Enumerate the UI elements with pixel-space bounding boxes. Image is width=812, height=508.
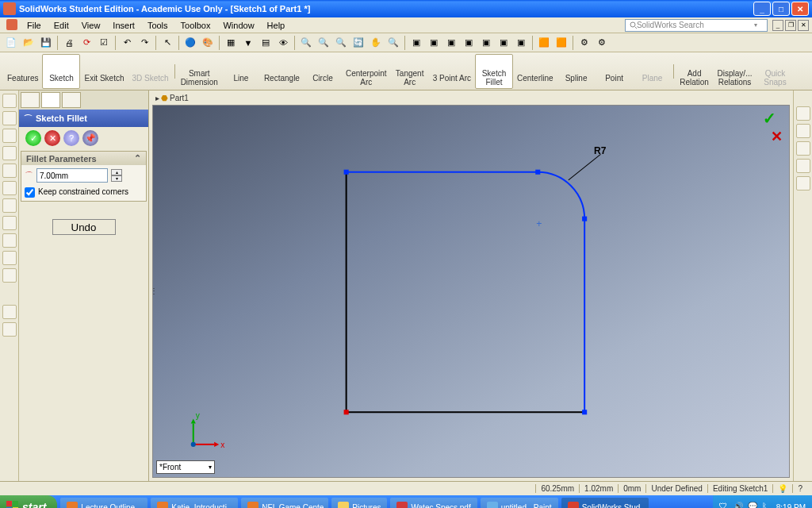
lt-5[interactable] <box>2 164 17 178</box>
pm-tab-config[interactable] <box>62 92 81 108</box>
lt-10[interactable] <box>2 251 17 265</box>
rotate-icon[interactable]: 🔄 <box>350 35 366 51</box>
rt-3[interactable] <box>796 141 810 156</box>
shaded-icon[interactable]: ▣ <box>443 35 459 51</box>
menu-insert[interactable]: Insert <box>106 21 141 30</box>
menu-toolbox[interactable]: Toolbox <box>174 21 217 30</box>
keep-constrained-checkbox[interactable]: Keep constrained corners <box>25 187 143 198</box>
hidden-icon[interactable]: ▣ <box>426 35 442 51</box>
menu-edit[interactable]: Edit <box>48 21 75 30</box>
zoom-area-icon[interactable]: 🔍 <box>316 35 331 51</box>
taskbar-item[interactable]: Watec Specs.pdf <box>390 498 477 508</box>
ribbon-sketch[interactable]: Sketch <box>42 54 80 89</box>
hide-show-icon[interactable]: 👁 <box>275 35 291 51</box>
pm-tab-property[interactable] <box>41 92 60 108</box>
radius-input[interactable] <box>36 168 108 183</box>
save-icon[interactable]: 💾 <box>38 35 54 51</box>
collapse-handle[interactable]: ⋮ <box>150 287 158 295</box>
doc-minimize-button[interactable]: _ <box>772 20 783 31</box>
ribbon-add-relation[interactable]: AddRelation <box>676 54 714 89</box>
system-tray[interactable]: 🛡 🔊 💬 ᛒ 8:19 PM <box>713 495 812 508</box>
expand-icon[interactable]: ▸ <box>155 94 159 102</box>
part-icon[interactable]: 🟧 <box>536 35 552 51</box>
start-button[interactable]: start <box>0 495 57 508</box>
lt-3[interactable] <box>2 129 17 143</box>
ribbon-spline[interactable]: Spline <box>557 54 596 89</box>
spin-up[interactable]: ▴ <box>111 169 122 175</box>
doc-close-button[interactable]: ✕ <box>798 20 809 31</box>
cancel-button[interactable]: ✕ <box>44 130 60 146</box>
redo-icon[interactable]: ↷ <box>136 35 152 51</box>
breadcrumb[interactable]: ▸ ⬣ Part1 <box>149 90 793 105</box>
rt-4[interactable] <box>796 159 810 173</box>
menu-window[interactable]: Window <box>216 21 260 30</box>
tray-icon[interactable]: ᛒ <box>762 502 773 508</box>
status-lightbulb-icon[interactable]: 💡 <box>772 484 792 493</box>
menu-help[interactable]: Help <box>261 21 292 30</box>
ribbon-display-relations[interactable]: Display/...Relations <box>714 54 756 89</box>
ribbon-centerpoint-arc[interactable]: CenterpointArc <box>342 54 391 89</box>
maximize-button[interactable]: □ <box>772 2 790 16</box>
menu-view[interactable]: View <box>75 21 107 30</box>
doc-restore-button[interactable]: ❐ <box>785 20 796 31</box>
shadows-icon[interactable]: ▣ <box>478 35 494 51</box>
shaded-edges-icon[interactable]: ▣ <box>461 35 477 51</box>
new-doc-icon[interactable]: 📄 <box>3 35 19 51</box>
graphics-canvas[interactable]: ✓ ✕ + <box>152 105 790 478</box>
ok-button[interactable]: ✓ <box>25 130 41 146</box>
dimension-r7[interactable]: R7 <box>594 145 606 156</box>
menu-tools[interactable]: Tools <box>141 21 174 30</box>
close-button[interactable]: ✕ <box>791 2 809 16</box>
lt-4[interactable] <box>2 146 17 160</box>
undo-icon[interactable]: ↶ <box>119 35 135 51</box>
select-icon[interactable]: ↖ <box>159 35 175 51</box>
pin-button[interactable]: 📌 <box>82 130 98 146</box>
lt-13[interactable] <box>2 322 17 337</box>
rebuild-icon[interactable]: ⟳ <box>79 35 94 51</box>
rt-5[interactable] <box>796 176 810 190</box>
minimize-button[interactable]: _ <box>753 2 771 16</box>
ribbon-features[interactable]: Features <box>3 54 42 89</box>
collapse-icon[interactable]: ⌃ <box>134 153 141 164</box>
addin-icon[interactable]: ⚙ <box>594 35 610 51</box>
help-button[interactable]: ? <box>63 130 79 146</box>
fillet-params-header[interactable]: Fillet Parameters ⌃ <box>21 152 146 165</box>
zoom-sel-icon[interactable]: 🔍 <box>385 35 401 51</box>
ribbon-exit-sketch[interactable]: Exit Sketch <box>80 54 128 89</box>
zoom-fit-icon[interactable]: 🔍 <box>298 35 314 51</box>
search-box[interactable]: ▾ <box>625 19 768 32</box>
menu-file[interactable]: File <box>21 21 48 30</box>
tray-icon[interactable]: 🛡 <box>719 502 730 508</box>
asm-icon[interactable]: 🟧 <box>553 35 569 51</box>
options-icon[interactable]: ☑ <box>96 35 112 51</box>
tray-icon[interactable]: 💬 <box>748 502 759 508</box>
tray-icon[interactable]: 🔊 <box>733 502 745 508</box>
taskbar-item[interactable]: Pictures <box>331 498 387 508</box>
ribbon--point-arc[interactable]: 3 Point Arc <box>429 54 475 89</box>
pm-tab-feature[interactable] <box>21 92 40 108</box>
open-icon[interactable]: 📂 <box>21 35 36 51</box>
taskbar-item[interactable]: untitled - Paint <box>481 498 558 508</box>
view-selector[interactable]: *Front ▾ <box>156 460 215 474</box>
clock[interactable]: 8:19 PM <box>776 503 806 509</box>
taskbar-item[interactable]: SolidWorks Stud... <box>561 498 649 508</box>
realview-icon[interactable]: ▣ <box>513 35 529 51</box>
lt-12[interactable] <box>2 305 17 319</box>
app-menu-icon[interactable] <box>3 19 21 32</box>
taskbar-item[interactable]: Katie_Introducti... <box>151 498 238 508</box>
lt-9[interactable] <box>2 233 17 248</box>
taskbar-item[interactable]: NFL Game Cente... <box>241 498 328 508</box>
section-icon[interactable]: ▣ <box>496 35 511 51</box>
lt-6[interactable] <box>2 181 17 195</box>
zoom-inout-icon[interactable]: 🔍 <box>333 35 349 51</box>
ribbon-rectangle[interactable]: Rectangle <box>260 54 304 89</box>
color-icon[interactable]: 🎨 <box>200 35 216 51</box>
cosmos-icon[interactable]: ⚙ <box>576 35 592 51</box>
display-style-icon[interactable]: ▤ <box>258 35 274 51</box>
lt-1[interactable] <box>2 94 17 108</box>
ribbon-smart-dimension[interactable]: SmartDimension <box>177 54 222 89</box>
lt-7[interactable] <box>2 198 17 213</box>
ribbon-sketch-fillet[interactable]: SketchFillet <box>475 54 513 89</box>
view-settings-icon[interactable]: ▦ <box>223 35 239 51</box>
rt-2[interactable] <box>796 124 810 138</box>
